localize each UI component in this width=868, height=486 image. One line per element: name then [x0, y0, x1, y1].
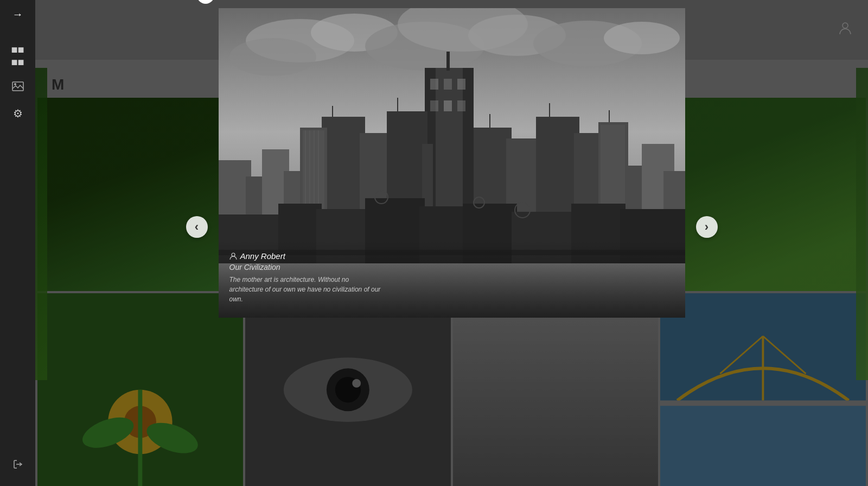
svg-point-1	[14, 83, 16, 85]
settings-icon[interactable]: ⚙	[13, 107, 23, 120]
image-icon[interactable]	[12, 81, 24, 94]
svg-rect-46	[444, 100, 452, 111]
caption-description: The mother art is architecture. Without …	[229, 275, 381, 304]
grid-icon[interactable]: ■■■■	[11, 43, 24, 68]
svg-rect-44	[457, 79, 465, 90]
sidebar: → ■■■■ ⚙	[0, 0, 35, 486]
svg-rect-45	[430, 100, 438, 111]
sidebar-arrow[interactable]: →	[12, 8, 23, 21]
svg-rect-42	[430, 79, 438, 90]
caption-author: Anny Robert	[229, 251, 674, 261]
modal-overlay: ‹ ✕	[35, 0, 868, 486]
caption: Anny Robert Our Civilization The mother …	[219, 241, 685, 318]
svg-point-28	[229, 38, 316, 76]
svg-point-27	[604, 22, 680, 54]
svg-rect-48	[446, 52, 450, 71]
person-icon	[229, 253, 237, 260]
logout-icon[interactable]	[12, 459, 23, 472]
next-arrow[interactable]: ›	[696, 216, 718, 238]
caption-title: Our Civilization	[229, 263, 674, 272]
modal: ✕	[219, 8, 685, 318]
svg-point-83	[232, 253, 235, 256]
svg-rect-47	[457, 100, 465, 111]
modal-image: Anny Robert Our Civilization The mother …	[219, 8, 685, 318]
close-button[interactable]: ✕	[197, 0, 214, 4]
svg-rect-43	[444, 79, 452, 90]
prev-arrow[interactable]: ‹	[186, 216, 208, 238]
